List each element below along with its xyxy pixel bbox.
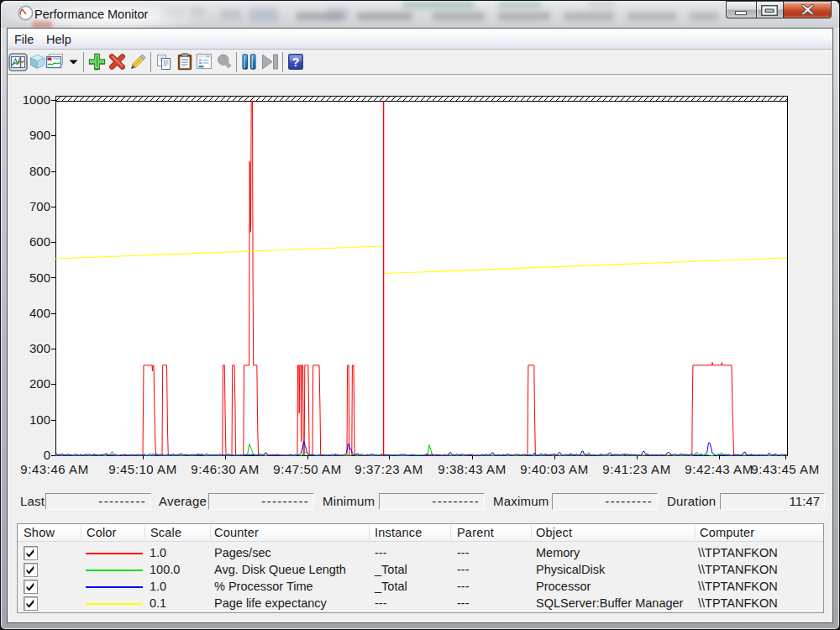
svg-text:?: ? (292, 55, 300, 69)
